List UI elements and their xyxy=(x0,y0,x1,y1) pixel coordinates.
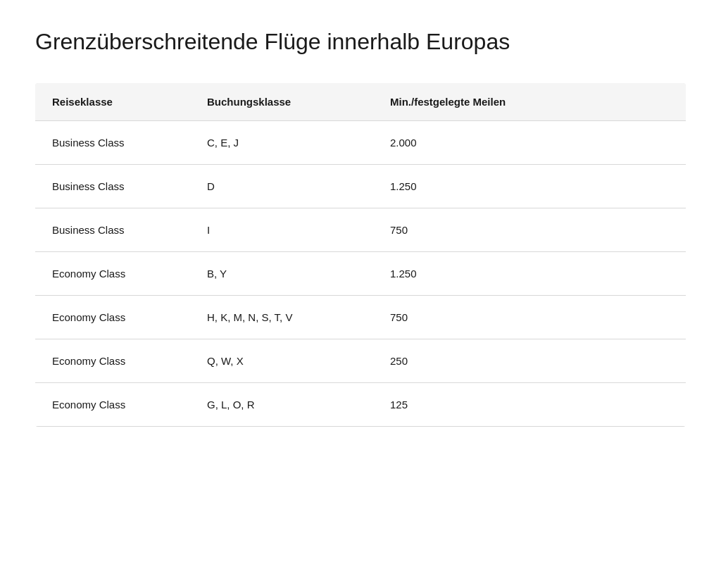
cell-buchungsklasse: H, K, M, N, S, T, V xyxy=(190,296,373,339)
cell-buchungsklasse: I xyxy=(190,208,373,252)
cell-reiseklasse: Economy Class xyxy=(35,296,190,339)
table-row: Business ClassD1.250 xyxy=(35,165,686,208)
cell-meilen: 2.000 xyxy=(373,121,686,165)
col-header-reiseklasse: Reiseklasse xyxy=(35,83,190,121)
page-title: Grenzüberschreitende Flüge innerhalb Eur… xyxy=(35,28,686,55)
cell-reiseklasse: Economy Class xyxy=(35,339,190,383)
cell-reiseklasse: Business Class xyxy=(35,208,190,252)
cell-meilen: 1.250 xyxy=(373,165,686,208)
cell-meilen: 250 xyxy=(373,339,686,383)
cell-buchungsklasse: Q, W, X xyxy=(190,339,373,383)
col-header-meilen: Min./festgelegte Meilen xyxy=(373,83,686,121)
cell-buchungsklasse: G, L, O, R xyxy=(190,383,373,427)
table-bottom-divider xyxy=(35,426,686,427)
table-row: Economy ClassH, K, M, N, S, T, V750 xyxy=(35,296,686,339)
data-table: Reiseklasse Buchungsklasse Min./festgele… xyxy=(35,83,686,427)
cell-buchungsklasse: D xyxy=(190,165,373,208)
cell-meilen: 750 xyxy=(373,296,686,339)
table-row: Economy ClassG, L, O, R125 xyxy=(35,383,686,427)
cell-reiseklasse: Business Class xyxy=(35,121,190,165)
table-row: Economy ClassQ, W, X250 xyxy=(35,339,686,383)
table-row: Business ClassC, E, J2.000 xyxy=(35,121,686,165)
cell-reiseklasse: Economy Class xyxy=(35,252,190,296)
cell-buchungsklasse: B, Y xyxy=(190,252,373,296)
cell-meilen: 1.250 xyxy=(373,252,686,296)
table-row: Business ClassI750 xyxy=(35,208,686,252)
table-header-row: Reiseklasse Buchungsklasse Min./festgele… xyxy=(35,83,686,121)
cell-meilen: 750 xyxy=(373,208,686,252)
cell-reiseklasse: Business Class xyxy=(35,165,190,208)
table-row: Economy ClassB, Y1.250 xyxy=(35,252,686,296)
cell-meilen: 125 xyxy=(373,383,686,427)
cell-reiseklasse: Economy Class xyxy=(35,383,190,427)
col-header-buchungsklasse: Buchungsklasse xyxy=(190,83,373,121)
cell-buchungsklasse: C, E, J xyxy=(190,121,373,165)
